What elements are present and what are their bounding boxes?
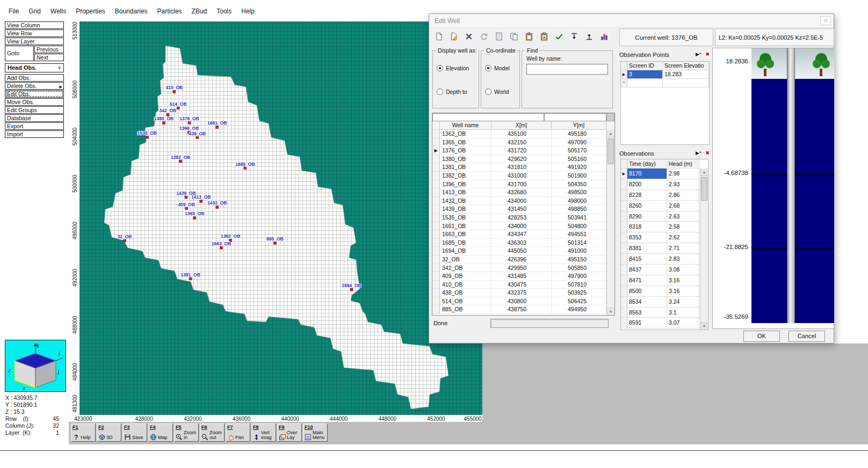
cell-x[interactable]: 431450 — [491, 205, 552, 214]
row-gutter[interactable] — [621, 254, 627, 265]
cell-time[interactable]: 8170 — [627, 169, 667, 179]
scroll-up-icon[interactable]: ▲ — [700, 169, 708, 176]
cell-x[interactable]: 432375 — [491, 289, 552, 297]
radio-elevation[interactable]: Elevation — [437, 65, 469, 71]
filter-cell[interactable] — [544, 113, 606, 121]
row-gutter[interactable] — [432, 130, 440, 138]
cell-time[interactable]: 8353 — [627, 232, 667, 243]
wells-table-row[interactable]: 1661_OB434000504800 — [432, 222, 614, 231]
cell-x[interactable]: 438750 — [491, 305, 552, 314]
well-marker[interactable] — [177, 107, 179, 109]
dialog-titlebar[interactable]: Edit Well — [429, 14, 834, 28]
selected-row-pointer[interactable]: ▶ — [621, 169, 627, 179]
fkey-f1-button[interactable]: F1?Help — [71, 423, 96, 442]
cell-head[interactable]: 2.63 — [667, 211, 699, 222]
row-gutter[interactable] — [621, 308, 627, 318]
wells-table-row[interactable]: 1432_OB434000498000 — [432, 197, 614, 206]
observation-row[interactable]: 85913.07 — [621, 318, 708, 328]
row-gutter[interactable] — [621, 201, 627, 211]
cell-head[interactable]: 2.68 — [667, 201, 699, 211]
well-marker[interactable] — [196, 136, 199, 139]
cell-y[interactable]: 494551 — [552, 230, 606, 239]
menu-item-boundaries[interactable]: Boundaries — [114, 7, 149, 16]
wells-table-row[interactable]: 1685_OB436303501314 — [432, 239, 614, 247]
cell-well-name[interactable]: 1376_OB — [440, 147, 491, 155]
cell-y[interactable]: 495180 — [552, 130, 606, 138]
cell-y[interactable]: 498850 — [552, 205, 606, 214]
cell-time[interactable]: 8591 — [627, 318, 667, 328]
menu-item-zbud[interactable]: ZBud — [191, 7, 208, 16]
cell-y[interactable]: 494950 — [552, 305, 606, 314]
new-observation-point-row[interactable]: * — [621, 79, 709, 87]
toolbar-paste-button[interactable] — [523, 31, 536, 42]
selected-row-pointer[interactable]: ▶ — [432, 147, 440, 155]
observation-row[interactable]: 85633.1 — [621, 308, 708, 318]
cell-head[interactable]: 3.08 — [667, 265, 699, 275]
grid-navigator[interactable]: k i j x z — [5, 340, 66, 392]
row-gutter[interactable] — [432, 305, 440, 314]
toolbar-move-down-button[interactable] — [568, 31, 581, 42]
observation-row[interactable]: 82002.93 — [621, 179, 708, 190]
toolbar-delete-well-button[interactable] — [462, 31, 475, 42]
wells-table-row[interactable]: 1381_OB431810491920 — [432, 163, 614, 172]
cell-time[interactable]: 8534 — [627, 297, 667, 308]
cell-head[interactable]: 3.16 — [667, 286, 699, 297]
cell-time[interactable]: 8437 — [627, 265, 667, 275]
column-header-well-name[interactable]: Well name — [440, 121, 491, 130]
row-gutter[interactable] — [621, 222, 627, 232]
cell-time[interactable]: 8200 — [627, 179, 667, 190]
fkey-f9-button[interactable]: F9Over Lay — [277, 423, 302, 442]
toolbar-undo-button[interactable] — [478, 31, 490, 42]
toolbar-edit-save-button[interactable] — [447, 31, 460, 42]
well-marker[interactable] — [123, 239, 126, 242]
observation-row[interactable]: 83812.71 — [621, 243, 708, 254]
cell-head[interactable]: 2.71 — [667, 243, 699, 254]
wells-table-scrollbar[interactable]: ▲ ▼ — [606, 130, 614, 315]
column-header-screen-id[interactable]: Screen ID — [627, 62, 663, 70]
wells-table-row[interactable]: 1663_OB434347494551 — [432, 230, 614, 239]
cell-well-name[interactable]: 409_OB — [440, 272, 491, 281]
delete-observation-point-icon[interactable]: ✖ — [705, 52, 710, 57]
observation-row[interactable]: 84713.16 — [621, 275, 708, 286]
well-marker[interactable] — [167, 113, 169, 116]
row-gutter[interactable] — [621, 265, 627, 275]
radio-depth-to[interactable]: Depth to — [437, 89, 467, 95]
cell-time[interactable]: 8318 — [627, 222, 667, 232]
scroll-down-icon[interactable]: ▼ — [700, 322, 708, 330]
row-gutter[interactable] — [432, 138, 440, 147]
cell-x[interactable]: 429620 — [491, 155, 552, 164]
row-gutter[interactable] — [621, 232, 627, 243]
observation-row[interactable]: 82902.63 — [621, 211, 708, 222]
well-marker[interactable] — [220, 246, 223, 249]
goto-button[interactable]: Goto — [5, 46, 34, 61]
row-gutter[interactable] — [432, 155, 440, 164]
cell-x[interactable]: 428253 — [491, 214, 552, 222]
cell-x[interactable]: 431485 — [491, 272, 552, 281]
filter-cell[interactable] — [432, 113, 544, 121]
cell-y[interactable]: 497900 — [552, 272, 606, 281]
cell-head[interactable]: 2.93 — [667, 179, 699, 190]
well-name-input[interactable] — [526, 64, 608, 75]
cell-well-name[interactable]: 1413_OB — [440, 188, 491, 197]
cell-x[interactable]: 436303 — [491, 239, 552, 247]
cell-head[interactable]: 2.58 — [667, 222, 699, 232]
toolbar-paste-special-button[interactable] — [538, 31, 551, 42]
cell-screen-elevation[interactable]: 18.283 — [663, 70, 709, 79]
cell-head[interactable]: 3.16 — [667, 275, 699, 286]
wells-table-row[interactable]: 438_OB432375503925 — [432, 289, 614, 297]
cell-y[interactable]: 498500 — [552, 188, 606, 197]
observation-row[interactable]: ▶81702.98 — [621, 169, 708, 179]
row-gutter[interactable] — [432, 163, 440, 172]
wells-table-row[interactable]: 1380_OB429620505160 — [432, 155, 614, 164]
sidebar-delete-obs[interactable]: Delete Obs.▶ — [5, 82, 64, 90]
sidebar-view-row[interactable]: View Row — [5, 30, 64, 37]
row-gutter[interactable] — [432, 247, 440, 255]
cell-well-name[interactable]: 1396_OB — [440, 180, 491, 189]
grid-options-button[interactable] — [606, 113, 614, 121]
delete-observation-icon[interactable]: ✖ — [705, 150, 710, 156]
cell-y[interactable]: 501314 — [552, 239, 606, 247]
row-gutter[interactable] — [432, 180, 440, 189]
cell-x[interactable]: 434347 — [491, 230, 552, 239]
observation-row[interactable]: 82602.68 — [621, 201, 708, 211]
cell-well-name[interactable]: 438_OB — [440, 289, 491, 297]
